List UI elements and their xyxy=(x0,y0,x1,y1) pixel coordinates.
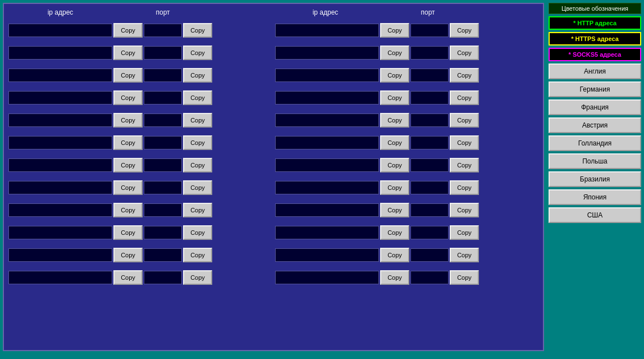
port-input[interactable] xyxy=(410,69,449,82)
country-poland-button[interactable]: Польша xyxy=(549,153,641,169)
ip-input[interactable] xyxy=(275,136,379,149)
ip-input[interactable] xyxy=(8,69,112,82)
port-input[interactable] xyxy=(144,136,182,149)
ip-input[interactable] xyxy=(275,69,379,82)
ip-input[interactable] xyxy=(8,226,112,239)
port-input[interactable] xyxy=(410,158,449,172)
ip-input[interactable] xyxy=(275,91,379,104)
ip-input[interactable] xyxy=(275,113,379,127)
copy-port-button[interactable]: Copy xyxy=(183,135,212,150)
copy-ip-button[interactable]: Copy xyxy=(380,135,409,150)
copy-port-button[interactable]: Copy xyxy=(450,90,479,105)
copy-ip-button[interactable]: Copy xyxy=(113,135,143,150)
port-input[interactable] xyxy=(410,248,449,262)
ip-input[interactable] xyxy=(275,226,379,239)
port-input[interactable] xyxy=(410,203,449,217)
port-input[interactable] xyxy=(410,226,449,239)
copy-port-button[interactable]: Copy xyxy=(450,46,479,60)
country-austria-button[interactable]: Австрия xyxy=(549,117,641,133)
ip-input[interactable] xyxy=(8,113,112,127)
copy-ip-button[interactable]: Copy xyxy=(380,225,409,240)
port-input[interactable] xyxy=(144,91,182,104)
copy-port-button[interactable]: Copy xyxy=(183,113,212,128)
port-input[interactable] xyxy=(144,203,182,217)
copy-port-button[interactable]: Copy xyxy=(450,135,479,150)
copy-ip-button[interactable]: Copy xyxy=(113,90,143,105)
copy-ip-button[interactable]: Copy xyxy=(380,248,409,262)
copy-ip-button[interactable]: Copy xyxy=(113,203,143,217)
port-input[interactable] xyxy=(144,248,182,262)
country-usa-button[interactable]: США xyxy=(549,207,641,223)
port-input[interactable] xyxy=(410,181,449,194)
copy-ip-button[interactable]: Copy xyxy=(380,270,409,285)
copy-ip-button[interactable]: Copy xyxy=(113,46,143,60)
ip-input[interactable] xyxy=(275,46,379,60)
copy-port-button[interactable]: Copy xyxy=(450,180,479,195)
ip-input[interactable] xyxy=(8,24,112,37)
ip-input[interactable] xyxy=(8,271,112,284)
port-input[interactable] xyxy=(410,113,449,127)
copy-ip-button[interactable]: Copy xyxy=(113,68,143,83)
country-japan-button[interactable]: Япония xyxy=(549,189,641,205)
port-input[interactable] xyxy=(144,181,182,194)
copy-port-button[interactable]: Copy xyxy=(183,248,212,262)
copy-port-button[interactable]: Copy xyxy=(450,270,479,285)
ip-input[interactable] xyxy=(275,24,379,37)
copy-port-button[interactable]: Copy xyxy=(183,180,212,195)
country-brazil-button[interactable]: Бразилия xyxy=(549,171,641,187)
copy-port-button[interactable]: Copy xyxy=(183,90,212,105)
country-netherlands-button[interactable]: Голландия xyxy=(549,135,641,151)
country-germany-button[interactable]: Германия xyxy=(549,81,641,97)
ip-input[interactable] xyxy=(275,181,379,194)
copy-port-button[interactable]: Copy xyxy=(450,113,479,128)
country-france-button[interactable]: Франция xyxy=(549,99,641,115)
ip-input[interactable] xyxy=(275,203,379,217)
copy-port-button[interactable]: Copy xyxy=(450,158,479,172)
port-input[interactable] xyxy=(144,226,182,239)
ip-input[interactable] xyxy=(8,203,112,217)
copy-port-button[interactable]: Copy xyxy=(183,270,212,285)
ip-input[interactable] xyxy=(8,91,112,104)
ip-input[interactable] xyxy=(8,46,112,60)
port-input[interactable] xyxy=(144,271,182,284)
copy-ip-button[interactable]: Copy xyxy=(113,270,143,285)
port-input[interactable] xyxy=(144,24,182,37)
copy-port-button[interactable]: Copy xyxy=(450,225,479,240)
ip-input[interactable] xyxy=(275,158,379,172)
copy-ip-button[interactable]: Copy xyxy=(113,158,143,172)
copy-ip-button[interactable]: Copy xyxy=(380,180,409,195)
copy-ip-button[interactable]: Copy xyxy=(113,23,143,38)
port-input[interactable] xyxy=(144,113,182,127)
copy-port-button[interactable]: Copy xyxy=(450,23,479,38)
copy-port-button[interactable]: Copy xyxy=(183,46,212,60)
copy-port-button[interactable]: Copy xyxy=(183,203,212,217)
copy-port-button[interactable]: Copy xyxy=(183,158,212,172)
copy-ip-button[interactable]: Copy xyxy=(113,180,143,195)
port-input[interactable] xyxy=(144,46,182,60)
copy-ip-button[interactable]: Copy xyxy=(380,90,409,105)
port-input[interactable] xyxy=(410,136,449,149)
copy-ip-button[interactable]: Copy xyxy=(113,113,143,128)
copy-port-button[interactable]: Copy xyxy=(183,68,212,83)
copy-ip-button[interactable]: Copy xyxy=(380,113,409,128)
ip-input[interactable] xyxy=(8,136,112,149)
port-input[interactable] xyxy=(410,91,449,104)
copy-ip-button[interactable]: Copy xyxy=(380,158,409,172)
copy-port-button[interactable]: Copy xyxy=(450,68,479,83)
port-input[interactable] xyxy=(410,46,449,60)
copy-port-button[interactable]: Copy xyxy=(183,225,212,240)
copy-ip-button[interactable]: Copy xyxy=(380,23,409,38)
port-input[interactable] xyxy=(410,271,449,284)
ip-input[interactable] xyxy=(8,181,112,194)
country-england-button[interactable]: Англия xyxy=(549,63,641,79)
copy-ip-button[interactable]: Copy xyxy=(113,248,143,262)
copy-ip-button[interactable]: Copy xyxy=(113,225,143,240)
copy-port-button[interactable]: Copy xyxy=(183,23,212,38)
port-input[interactable] xyxy=(144,158,182,172)
ip-input[interactable] xyxy=(275,248,379,262)
ip-input[interactable] xyxy=(275,271,379,284)
port-input[interactable] xyxy=(144,69,182,82)
port-input[interactable] xyxy=(410,24,449,37)
ip-input[interactable] xyxy=(8,248,112,262)
copy-ip-button[interactable]: Copy xyxy=(380,46,409,60)
